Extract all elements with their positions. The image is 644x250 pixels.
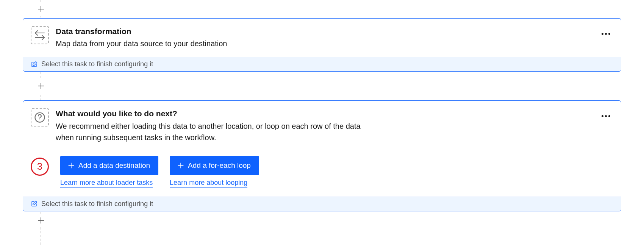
add-step-row <box>23 0 621 18</box>
learn-more-loader-link[interactable]: Learn more about loader tasks <box>60 179 153 188</box>
action-column-loop: Add a for-each loop Learn more about loo… <box>170 156 259 188</box>
card-text: Data transformation Map data from your d… <box>56 26 591 49</box>
more-options-button[interactable] <box>598 108 613 123</box>
swap-arrows-icon <box>33 30 47 41</box>
task-title: What would you like to do next? <box>56 108 591 119</box>
button-label: Add a for-each loop <box>188 161 251 170</box>
footer-hint: Select this task to finish configuring i… <box>41 200 153 208</box>
add-for-each-loop-button[interactable]: Add a for-each loop <box>170 156 259 175</box>
plus-icon <box>36 4 45 14</box>
task-title: Data transformation <box>56 26 591 36</box>
button-label: Add a data destination <box>78 161 150 170</box>
svg-point-7 <box>39 120 40 120</box>
task-icon-tile <box>31 108 49 127</box>
card-body: Data transformation Map data from your d… <box>23 19 621 57</box>
workflow-canvas: Data transformation Map data from your d… <box>0 0 644 245</box>
more-options-button[interactable] <box>598 26 613 41</box>
plus-icon <box>36 81 45 91</box>
card-footer[interactable]: Select this task to finish configuring i… <box>23 57 621 71</box>
ellipsis-icon <box>602 115 610 117</box>
add-step-button-middle[interactable] <box>34 79 48 93</box>
card-footer[interactable]: Select this task to finish configuring i… <box>23 197 621 211</box>
actions-row: 3 Add a data destination Learn more abou… <box>23 151 621 197</box>
card-body: What would you like to do next? We recom… <box>23 101 621 150</box>
learn-more-looping-link[interactable]: Learn more about looping <box>170 179 247 188</box>
plus-icon <box>177 161 185 170</box>
step-number: 3 <box>37 161 42 172</box>
footer-hint: Select this task to finish configuring i… <box>41 60 153 68</box>
add-step-button-bottom[interactable] <box>34 214 48 227</box>
step-number-badge: 3 <box>31 158 49 176</box>
add-step-row <box>23 72 621 100</box>
edit-icon <box>31 200 38 207</box>
task-description: We recommend either loading this data to… <box>56 120 366 143</box>
plus-icon <box>36 215 45 226</box>
card-text: What would you like to do next? We recom… <box>56 108 591 143</box>
question-icon <box>34 112 45 123</box>
action-column-destination: Add a data destination Learn more about … <box>60 156 158 188</box>
add-data-destination-button[interactable]: Add a data destination <box>60 156 158 175</box>
add-step-row <box>23 211 621 230</box>
ellipsis-icon <box>602 33 610 35</box>
task-card-next-step[interactable]: What would you like to do next? We recom… <box>23 100 621 211</box>
task-description: Map data from your data source to your d… <box>56 38 366 49</box>
edit-icon <box>31 61 38 68</box>
task-icon-tile <box>31 26 49 44</box>
add-step-button-top[interactable] <box>34 2 48 16</box>
task-card-data-transformation[interactable]: Data transformation Map data from your d… <box>23 18 621 72</box>
plus-icon <box>67 161 75 170</box>
